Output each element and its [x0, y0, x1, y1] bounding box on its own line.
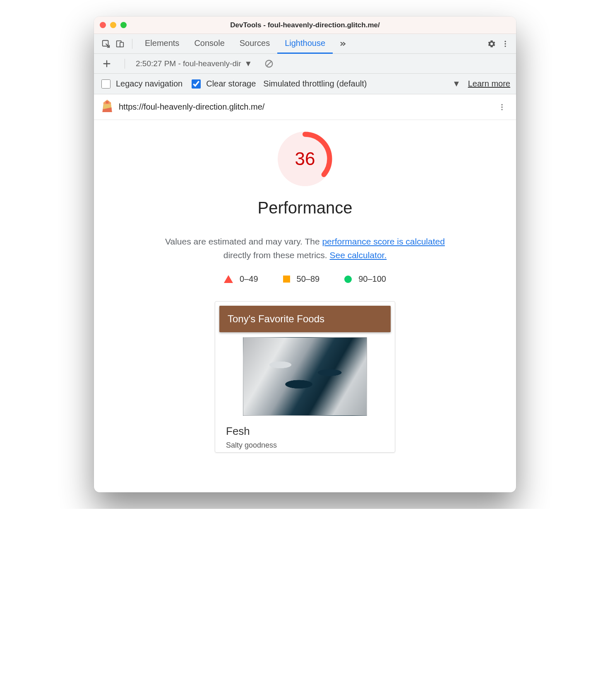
device-toolbar-icon[interactable] — [113, 37, 127, 51]
throttling-label: Simulated throttling (default) — [263, 79, 367, 89]
more-tabs-icon[interactable] — [336, 37, 349, 50]
tested-url-row: https://foul-heavenly-direction.glitch.m… — [94, 94, 516, 120]
svg-rect-2 — [120, 42, 123, 47]
lighthouse-subbar: 2:50:27 PM - foul-heavenly-dir ▼ — [94, 54, 516, 74]
legend-average: 50–89 — [283, 274, 320, 284]
devtools-tabstrip: Elements Console Sources Lighthouse — [94, 34, 516, 54]
report-dropdown[interactable]: 2:50:27 PM - foul-heavenly-dir ▼ — [136, 59, 252, 68]
tab-lighthouse[interactable]: Lighthouse — [277, 34, 333, 54]
report-menu-icon[interactable] — [495, 101, 509, 114]
lighthouse-logo-icon — [101, 100, 113, 114]
square-icon — [283, 276, 290, 283]
score-gauge: 36 — [278, 132, 332, 186]
triangle-icon — [224, 275, 233, 283]
new-report-button[interactable] — [100, 57, 114, 71]
legacy-navigation-label: Legacy navigation — [116, 79, 183, 89]
svg-rect-7 — [106, 101, 109, 103]
throttling-select[interactable]: Simulated throttling (default) — [263, 79, 367, 89]
svg-point-3 — [504, 41, 506, 42]
preview-caption: Fesh Salty goodness — [215, 416, 395, 452]
titlebar: DevTools - foul-heavenly-direction.glitc… — [94, 17, 516, 34]
see-calculator-link[interactable]: See calculator. — [329, 250, 387, 260]
svg-point-9 — [501, 106, 502, 108]
separator — [125, 59, 125, 69]
svg-point-8 — [501, 104, 502, 105]
kebab-menu-icon[interactable] — [499, 37, 512, 50]
preview-app-title: Tony's Favorite Foods — [219, 306, 391, 332]
preview-item-subtitle: Salty goodness — [226, 441, 384, 450]
score-description: Values are estimated and may vary. The p… — [152, 235, 458, 262]
score-legend: 0–49 50–89 90–100 — [224, 274, 386, 284]
traffic-lights — [100, 22, 127, 28]
separator — [132, 39, 132, 49]
tab-elements[interactable]: Elements — [137, 34, 187, 54]
settings-icon[interactable] — [485, 37, 499, 51]
legacy-navigation-option[interactable]: Legacy navigation — [100, 78, 183, 90]
preview-hero-image — [243, 337, 367, 416]
devtools-window: DevTools - foul-heavenly-direction.glitc… — [94, 17, 516, 492]
window-close-button[interactable] — [100, 22, 106, 28]
clear-report-icon[interactable] — [262, 57, 276, 71]
svg-point-4 — [504, 43, 506, 44]
tab-console[interactable]: Console — [187, 34, 232, 54]
learn-more-link[interactable]: Learn more — [468, 79, 510, 89]
page-screenshot-card: Tony's Favorite Foods Fesh Salty goodnes… — [215, 301, 395, 453]
lighthouse-report: 36 Performance Values are estimated and … — [94, 120, 516, 492]
preview-item-name: Fesh — [226, 425, 384, 438]
tested-url: https://foul-heavenly-direction.glitch.m… — [119, 102, 264, 112]
svg-point-10 — [501, 109, 502, 110]
window-minimize-button[interactable] — [110, 22, 116, 28]
legend-good: 90–100 — [344, 274, 386, 284]
circle-icon — [344, 276, 352, 283]
clear-storage-label: Clear storage — [206, 79, 256, 89]
svg-point-5 — [504, 46, 506, 47]
clear-storage-option[interactable]: Clear storage — [190, 78, 256, 90]
report-dropdown-label: 2:50:27 PM - foul-heavenly-dir — [136, 59, 241, 68]
window-title: DevTools - foul-heavenly-direction.glitc… — [94, 21, 516, 29]
score-section: 36 Performance Values are estimated and … — [94, 132, 516, 453]
legacy-navigation-checkbox[interactable] — [101, 79, 110, 89]
score-category-title: Performance — [258, 199, 353, 217]
score-value: 36 — [278, 132, 332, 186]
clear-storage-checkbox[interactable] — [192, 79, 201, 89]
chevron-down-icon: ▼ — [245, 59, 252, 68]
chevron-down-icon: ▼ — [452, 79, 461, 89]
window-zoom-button[interactable] — [120, 22, 127, 28]
tab-sources[interactable]: Sources — [232, 34, 277, 54]
inspect-element-icon[interactable] — [99, 37, 113, 51]
lighthouse-options-bar: Legacy navigation Clear storage Simulate… — [94, 74, 516, 94]
legend-bad: 0–49 — [224, 274, 258, 284]
perf-score-link[interactable]: performance score is calculated — [322, 237, 444, 246]
